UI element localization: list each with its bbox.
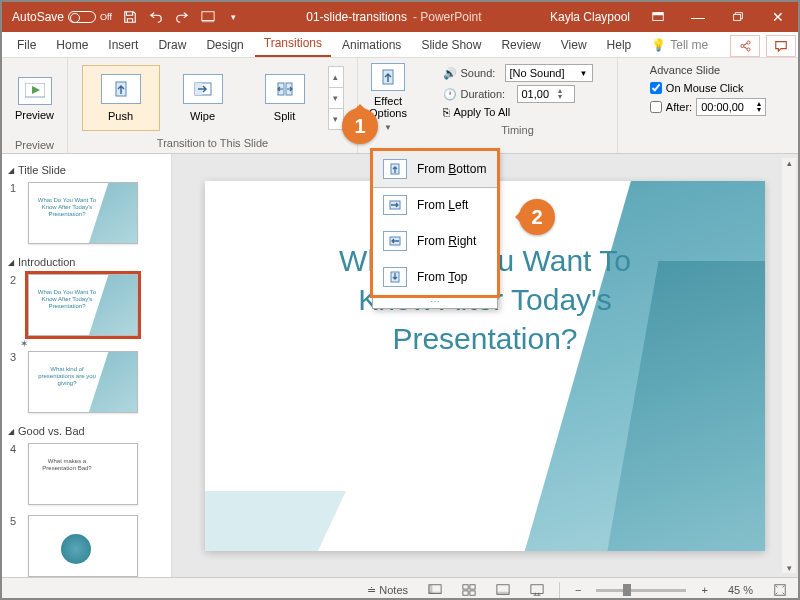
share-button[interactable] bbox=[730, 35, 760, 57]
normal-view-icon[interactable] bbox=[423, 581, 447, 599]
start-from-beginning-icon[interactable] bbox=[196, 5, 220, 29]
ribbon-display-icon[interactable] bbox=[638, 2, 678, 32]
group-label-transition: Transition to This Slide bbox=[68, 135, 357, 151]
svg-rect-18 bbox=[429, 592, 441, 594]
group-label-preview: Preview bbox=[2, 138, 67, 151]
svg-rect-20 bbox=[470, 585, 475, 589]
slideshow-view-icon[interactable] bbox=[525, 581, 549, 599]
on-mouse-click-checkbox[interactable]: On Mouse Click bbox=[650, 82, 766, 94]
effect-from-left[interactable]: From Left bbox=[373, 187, 497, 223]
duration-input[interactable]: 01,00▴▾ bbox=[517, 85, 575, 103]
thumbnail-1[interactable]: What Do You Want To Know After Today's P… bbox=[28, 182, 138, 244]
transition-gallery-more[interactable]: ▴▾▾ bbox=[328, 66, 344, 130]
svg-rect-0 bbox=[202, 12, 214, 21]
tab-help[interactable]: Help bbox=[598, 33, 641, 57]
comments-button[interactable] bbox=[766, 35, 796, 57]
push-icon bbox=[101, 74, 141, 104]
zoom-in-button[interactable]: + bbox=[696, 582, 712, 598]
svg-rect-21 bbox=[463, 591, 468, 595]
callout-1: 1 bbox=[342, 108, 378, 144]
autosave-toggle[interactable]: AutoSave Off bbox=[8, 10, 116, 24]
effect-from-top[interactable]: From Top bbox=[373, 259, 497, 295]
section-good-vs-bad[interactable]: ◢Good vs. Bad bbox=[6, 421, 167, 441]
preview-icon bbox=[18, 77, 52, 105]
user-name[interactable]: Kayla Claypool bbox=[542, 10, 638, 24]
tab-view[interactable]: View bbox=[552, 33, 596, 57]
ribbon: Preview Preview Push Wipe Split ▴▾▾ Tran… bbox=[2, 58, 798, 154]
tab-design[interactable]: Design bbox=[197, 33, 252, 57]
thumbnail-2[interactable]: What Do You Want To Know After Today's P… bbox=[28, 274, 138, 336]
wipe-icon bbox=[183, 74, 223, 104]
apply-to-all-button[interactable]: Apply To All bbox=[454, 106, 511, 118]
after-time-input[interactable]: 00:00,00▴▾ bbox=[696, 98, 766, 116]
bulb-icon: 💡 bbox=[651, 38, 666, 52]
tab-slideshow[interactable]: Slide Show bbox=[412, 33, 490, 57]
undo-icon[interactable] bbox=[144, 5, 168, 29]
transition-indicator-icon: ✶ bbox=[6, 338, 167, 349]
notes-button[interactable]: ≐Notes bbox=[362, 582, 413, 599]
transition-push[interactable]: Push bbox=[82, 65, 160, 131]
after-checkbox[interactable]: After: 00:00,00▴▾ bbox=[650, 98, 766, 116]
slide-thumbnail-panel[interactable]: ◢Title Slide 1What Do You Want To Know A… bbox=[2, 154, 172, 577]
sound-icon: 🔊 bbox=[443, 67, 457, 80]
svg-rect-3 bbox=[653, 13, 664, 16]
tab-home[interactable]: Home bbox=[47, 33, 97, 57]
svg-rect-22 bbox=[470, 591, 475, 595]
svg-rect-19 bbox=[463, 585, 468, 589]
zoom-out-button[interactable]: − bbox=[570, 582, 586, 598]
section-title-slide[interactable]: ◢Title Slide bbox=[6, 160, 167, 180]
tab-draw[interactable]: Draw bbox=[149, 33, 195, 57]
tab-file[interactable]: File bbox=[8, 33, 45, 57]
vertical-scrollbar[interactable]: ▴▾ bbox=[782, 158, 796, 573]
qat-more-icon[interactable]: ▾ bbox=[222, 5, 246, 29]
chevron-down-icon: ▼ bbox=[384, 123, 392, 132]
svg-point-5 bbox=[747, 41, 750, 44]
svg-point-6 bbox=[741, 44, 744, 47]
minimize-icon[interactable]: — bbox=[678, 2, 718, 32]
from-left-icon bbox=[383, 195, 407, 215]
from-bottom-icon bbox=[383, 159, 407, 179]
tab-review[interactable]: Review bbox=[492, 33, 549, 57]
svg-rect-25 bbox=[531, 585, 543, 594]
duration-icon: 🕐 bbox=[443, 88, 457, 101]
menu-resize-grip[interactable]: ⋯ bbox=[373, 295, 497, 308]
statusbar: ≐Notes − + 45 % bbox=[2, 577, 798, 600]
fit-to-window-icon[interactable] bbox=[768, 581, 792, 599]
thumbnail-3[interactable]: What kind of presentations are you givin… bbox=[28, 351, 138, 413]
slide-sorter-icon[interactable] bbox=[457, 581, 481, 599]
thumbnail-5[interactable] bbox=[28, 515, 138, 577]
advance-slide-header: Advance Slide bbox=[650, 64, 766, 76]
slide-num-4: 4 bbox=[10, 443, 22, 455]
tab-animations[interactable]: Animations bbox=[333, 33, 410, 57]
effect-from-bottom[interactable]: From Bottom bbox=[372, 150, 498, 188]
tab-transitions[interactable]: Transitions bbox=[255, 31, 331, 57]
redo-icon[interactable] bbox=[170, 5, 194, 29]
slide-num-5: 5 bbox=[10, 515, 22, 527]
slide-num-3: 3 bbox=[10, 351, 22, 363]
save-icon[interactable] bbox=[118, 5, 142, 29]
slide-num-1: 1 bbox=[10, 182, 22, 194]
ribbon-tabs: File Home Insert Draw Design Transitions… bbox=[2, 32, 798, 58]
preview-button[interactable]: Preview bbox=[6, 64, 64, 134]
window-title: 01-slide-transitions - PowerPoint bbox=[246, 10, 542, 24]
transition-wipe[interactable]: Wipe bbox=[164, 65, 242, 131]
zoom-slider[interactable] bbox=[596, 589, 686, 592]
restore-icon[interactable] bbox=[718, 2, 758, 32]
svg-point-7 bbox=[747, 48, 750, 51]
sound-label: Sound: bbox=[461, 67, 501, 79]
split-icon bbox=[265, 74, 305, 104]
sound-dropdown[interactable]: [No Sound]▼ bbox=[505, 64, 593, 82]
group-label-timing: Timing bbox=[418, 122, 617, 138]
transition-split[interactable]: Split bbox=[246, 65, 324, 131]
svg-rect-4 bbox=[734, 14, 741, 20]
close-icon[interactable]: ✕ bbox=[758, 2, 798, 32]
tab-insert[interactable]: Insert bbox=[99, 33, 147, 57]
section-introduction[interactable]: ◢Introduction bbox=[6, 252, 167, 272]
tell-me[interactable]: 💡Tell me bbox=[642, 33, 717, 57]
zoom-level[interactable]: 45 % bbox=[723, 582, 758, 598]
titlebar: AutoSave Off ▾ 01-slide-transitions - Po… bbox=[2, 2, 798, 32]
effect-from-right[interactable]: From Right bbox=[373, 223, 497, 259]
svg-rect-24 bbox=[497, 592, 509, 595]
reading-view-icon[interactable] bbox=[491, 581, 515, 599]
thumbnail-4[interactable]: What makes a Presentation Bad? bbox=[28, 443, 138, 505]
